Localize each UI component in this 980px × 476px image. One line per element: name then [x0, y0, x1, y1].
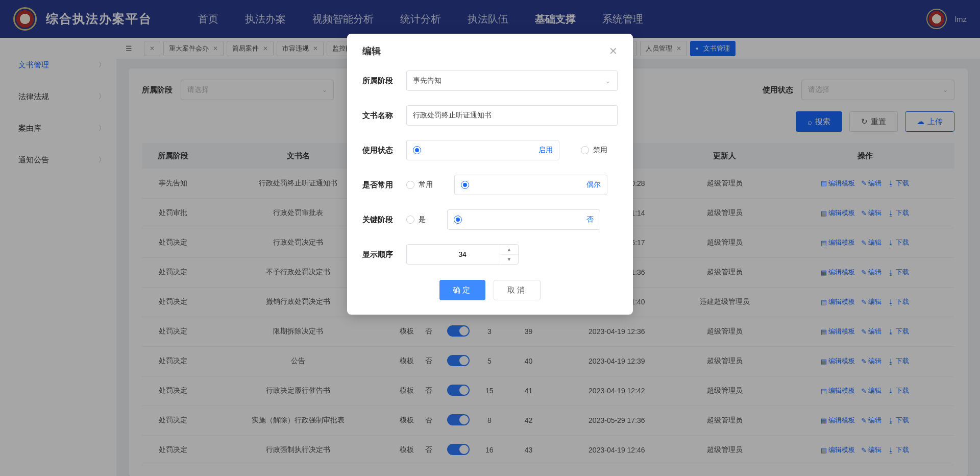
radio-icon: [461, 181, 469, 189]
status-radio[interactable]: 禁用: [581, 140, 607, 160]
key-radio[interactable]: 是: [406, 209, 426, 230]
modal-freq-label: 是否常用: [362, 180, 406, 190]
modal-status-label: 使用状态: [362, 146, 406, 155]
modal-cancel-button[interactable]: 取消: [494, 280, 541, 300]
step-down-icon[interactable]: ▼: [500, 255, 518, 265]
modal-name-label: 文书名称: [362, 111, 406, 121]
edit-modal: 编辑 ✕ 所属阶段 事先告知 ⌄ 文书名称 使用状态 启用禁用 是否常用 常用: [347, 34, 633, 315]
freq-radio[interactable]: 偶尔: [454, 175, 607, 195]
chevron-down-icon: ⌄: [605, 77, 611, 85]
close-icon[interactable]: ✕: [609, 45, 618, 57]
radio-icon: [406, 216, 414, 224]
radio-icon: [413, 146, 421, 154]
modal-stage-label: 所属阶段: [362, 76, 406, 86]
modal-stage-select[interactable]: 事先告知 ⌄: [406, 70, 618, 91]
step-up-icon[interactable]: ▲: [500, 245, 518, 255]
radio-icon: [581, 146, 589, 154]
radio-icon: [454, 216, 462, 224]
modal-mask[interactable]: 编辑 ✕ 所属阶段 事先告知 ⌄ 文书名称 使用状态 启用禁用 是否常用 常用: [0, 0, 980, 476]
radio-icon: [406, 181, 414, 189]
modal-key-label: 关键阶段: [362, 215, 406, 225]
key-radio[interactable]: 否: [447, 209, 600, 230]
modal-title: 编辑: [362, 45, 381, 57]
status-radio[interactable]: 启用: [406, 140, 559, 160]
modal-order-label: 显示顺序: [362, 250, 406, 259]
freq-radio[interactable]: 常用: [406, 175, 433, 195]
modal-name-input[interactable]: [406, 105, 618, 126]
modal-ok-button[interactable]: 确定: [439, 280, 485, 300]
